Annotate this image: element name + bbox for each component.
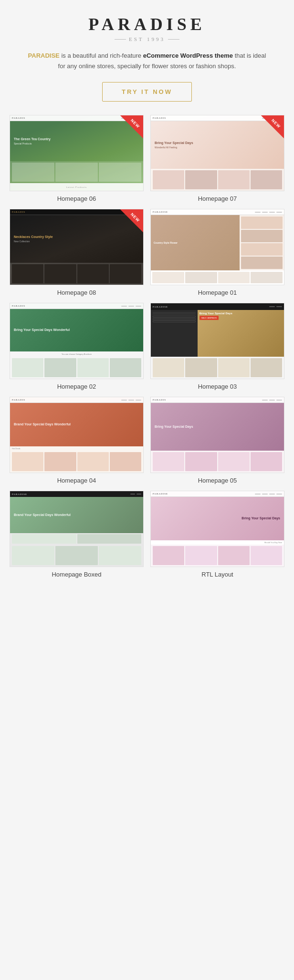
homepage-07-label: Homepage 07: [198, 195, 237, 202]
homepage-05-thumbnail[interactable]: PARADIS Bring Your Special Days: [150, 397, 284, 473]
homepage-05-item: PARADIS Bring Your Special Days: [150, 397, 284, 484]
homepage-04-thumbnail[interactable]: PARADIS Brand Your Special Days Wonderfu…: [10, 397, 144, 473]
homepage-08-thumbnail[interactable]: PARADIS Necklaces Country Style New Coll…: [10, 209, 144, 285]
homepage-rtl-label: RTL Layout: [201, 571, 233, 578]
homepage-06-label: Homepage 06: [57, 195, 96, 202]
homepage-03-thumbnail[interactable]: PARADISE: [150, 303, 284, 379]
homepage-05-label: Homepage 05: [198, 477, 237, 484]
homepage-03-label: Homepage 03: [198, 383, 237, 390]
homepage-07-thumbnail[interactable]: PARADIS Bring Your Special Days Wonderfu…: [150, 115, 284, 191]
homepage-03-item: PARADISE: [150, 303, 284, 390]
homepage-02-item: PARADIS Bring Your Special Days Wonderfu…: [10, 303, 144, 390]
homepage-rtl-item: PARADISE Bring Your Special Days Should …: [150, 491, 284, 578]
divider-left: [115, 39, 126, 40]
homepage-rtl-thumbnail[interactable]: PARADISE Bring Your Special Days Should …: [150, 491, 284, 567]
homepage-boxed-item: PARADISE Brand Your Special Days Wonderf…: [10, 491, 144, 578]
homepage-01-item: PARADISE Country Style Flower: [150, 209, 284, 296]
desc-text-before: is a beautiful and rich-feature: [60, 52, 143, 59]
homepage-02-label: Homepage 02: [57, 383, 96, 390]
cta-wrapper: TRY IT NOW: [10, 82, 284, 102]
try-it-now-button[interactable]: TRY IT NOW: [102, 82, 192, 102]
homepage-01-thumbnail[interactable]: PARADISE Country Style Flower: [150, 209, 284, 285]
homepage-06-thumbnail[interactable]: PARADIS The Green Tea Country Special Pr…: [10, 115, 144, 191]
homepage-02-thumbnail[interactable]: PARADIS Bring Your Special Days Wonderfu…: [10, 303, 144, 379]
homepage-boxed-thumbnail[interactable]: PARADISE Brand Your Special Days Wonderf…: [10, 491, 144, 567]
est-text: EST 1993: [129, 36, 165, 42]
homepage-07-item: PARADIS Bring Your Special Days Wonderfu…: [150, 115, 284, 202]
desc-bold: eCommerce WordPress theme: [143, 52, 233, 59]
homepage-boxed-label: Homepage Boxed: [52, 571, 101, 578]
homepage-01-label: Homepage 01: [198, 289, 237, 296]
homepage-08-item: PARADIS Necklaces Country Style New Coll…: [10, 209, 144, 296]
homepage-06-item: PARADIS The Green Tea Country Special Pr…: [10, 115, 144, 202]
description-block: PARADISE is a beautiful and rich-feature…: [10, 51, 284, 72]
header: PARADISE EST 1993: [10, 14, 284, 42]
homepage-04-item: PARADIS Brand Your Special Days Wonderfu…: [10, 397, 144, 484]
est-subtitle: EST 1993: [10, 36, 284, 42]
homepage-08-label: Homepage 08: [57, 289, 96, 296]
brand-title: PARADISE: [10, 14, 284, 34]
brand-name: PARADISE: [28, 52, 60, 59]
homepage-grid: PARADIS The Green Tea Country Special Pr…: [10, 115, 284, 578]
divider-right: [168, 39, 179, 40]
homepage-04-label: Homepage 04: [57, 477, 96, 484]
page-wrapper: PARADISE EST 1993 PARADISE is a beautifu…: [0, 0, 294, 597]
